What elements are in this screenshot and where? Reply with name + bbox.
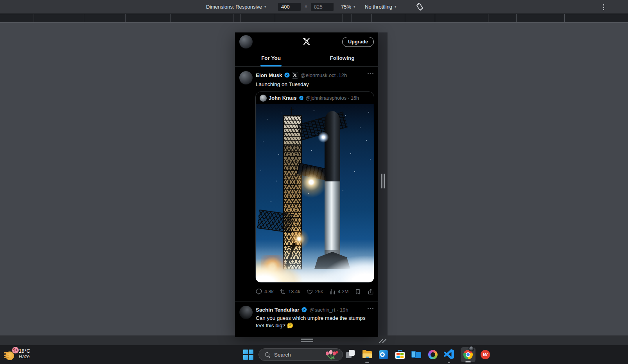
quoted-handle-time: @johnkrausphotos · 16h [306, 95, 359, 101]
tweet-author-name[interactable]: Elon Musk [256, 72, 282, 78]
rotate-viewport-button[interactable] [414, 2, 425, 12]
tabstrip-separator [352, 14, 352, 22]
weather-widget[interactable]: 9+ 18°C Haze [4, 347, 55, 362]
quoted-tweet-card[interactable]: John Kraus @johnkrausphotos · 16h [255, 91, 374, 283]
views-button[interactable]: 4.2M [329, 288, 349, 295]
tabstrip-separator [405, 14, 405, 22]
viewport-resize-handle-right[interactable] [384, 174, 385, 188]
tweet-author-row: Sachin Tendulkar @sachin_rt · 19h [256, 306, 348, 313]
reply-icon [255, 288, 262, 295]
tabstrip-separator [240, 14, 240, 22]
tweet-handle-time[interactable]: @sachin_rt · 19h [310, 307, 348, 313]
right-resize-gutter [378, 32, 388, 335]
taskbar-search[interactable]: Search [258, 348, 343, 361]
photo-stars [256, 104, 257, 105]
tweet-handle-time[interactable]: @elonmusk.oct .12h [301, 72, 347, 78]
task-view-button[interactable] [345, 349, 356, 360]
like-button[interactable]: 25k [306, 288, 323, 295]
viewport-width-input[interactable] [278, 3, 301, 11]
microsoft-store-icon[interactable] [395, 349, 406, 360]
tweet-divider [235, 301, 378, 301]
x-logo-icon[interactable] [303, 38, 310, 47]
tweet-author-name[interactable]: Sachin Tendulkar [256, 307, 300, 313]
x-logo-icon [293, 73, 297, 77]
rotate-device-icon [415, 2, 424, 11]
photo-tower-antenna [291, 107, 292, 115]
tabstrip-separator [371, 14, 372, 22]
dimension-multiply-sign: × [305, 0, 307, 14]
reply-button[interactable]: 4.8k [255, 288, 274, 295]
quoted-author-name[interactable]: John Kraus [269, 95, 297, 101]
viewport-resize-handle-bottom[interactable] [301, 341, 313, 342]
tabstrip-separator [84, 14, 84, 22]
tabstrip-separator [435, 14, 435, 22]
tweet-action-bar: 4.8k 13.4k 25k 4.2M [255, 287, 374, 296]
analytics-icon [329, 288, 336, 295]
search-icon [265, 352, 270, 357]
share-icon [367, 288, 374, 295]
photo-ground-glow [256, 246, 374, 282]
bookmark-icon [354, 288, 361, 295]
tweet-author-avatar[interactable] [239, 71, 253, 84]
weather-haze-icon: 9+ [4, 347, 19, 362]
tweet-author-row: Elon Musk @elonmusk.oct .12h [256, 72, 347, 79]
chrome-icon-active[interactable] [461, 347, 475, 362]
tabstrip-separator [343, 14, 343, 22]
open-app-indicator [448, 362, 450, 363]
tabstrip-separator [275, 14, 275, 22]
chevron-down-icon [353, 0, 355, 14]
bookmark-button[interactable] [354, 288, 361, 295]
tweet-text: Launching on Tuesday [256, 81, 309, 88]
quoted-author-row: John Kraus @johnkrausphotos · 16h [256, 92, 374, 104]
viewport-resize-handle-bottom[interactable] [301, 339, 313, 340]
tab-strip[interactable] [0, 14, 628, 23]
photo-glint [318, 131, 329, 143]
wps-office-icon[interactable]: W [480, 349, 491, 360]
tabstrip-separator [125, 14, 126, 22]
tweet-text: Can you guess which umpire made the stum… [256, 315, 374, 329]
tweet-author-avatar[interactable] [239, 306, 253, 319]
tweet-more-button[interactable] [368, 305, 373, 309]
file-explorer-icon[interactable] [362, 349, 373, 360]
quoted-tweet-photo-rocket-launchpad[interactable] [256, 104, 374, 282]
browser-profile-avatar [468, 346, 474, 351]
viewport-resize-handle-right[interactable] [381, 174, 382, 188]
photo-flare [295, 166, 328, 199]
weather-temperature: 18°C [19, 348, 30, 354]
tabstrip-separator [564, 14, 565, 22]
verified-badge-icon [299, 95, 304, 100]
upgrade-button[interactable]: Upgrade [342, 37, 374, 47]
search-placeholder: Search [274, 352, 291, 358]
throttling-dropdown[interactable]: No throttling [365, 0, 397, 14]
tab-for-you[interactable]: For You [251, 51, 291, 67]
heart-icon [306, 288, 313, 295]
tab-following[interactable]: Following [322, 51, 362, 67]
zoom-dropdown[interactable]: 75% [341, 0, 355, 14]
x-affiliate-badge [292, 72, 298, 79]
designer-loop-icon[interactable] [427, 349, 438, 360]
vscode-icon[interactable] [444, 349, 455, 360]
active-tab-underline [260, 65, 282, 66]
outlook-icon[interactable] [378, 349, 389, 360]
browser-window: Dimensions: Responsive × 75% No throttli… [0, 0, 628, 364]
dimensions-dropdown[interactable]: Dimensions: Responsive [206, 0, 266, 14]
tabstrip-separator [516, 14, 517, 22]
tabstrip-separator [34, 14, 34, 22]
weather-condition: Haze [19, 354, 30, 359]
viewport-height-input[interactable] [311, 3, 334, 11]
devtools-more-menu[interactable] [601, 3, 606, 11]
feed-tabs: For You Following [235, 51, 378, 67]
share-button[interactable] [367, 288, 374, 295]
open-app-indicator [365, 362, 369, 363]
notification-badge: 9+ [12, 347, 19, 353]
quoted-author-avatar[interactable] [260, 95, 267, 102]
verified-badge-icon [284, 72, 290, 78]
active-app-indicator [465, 361, 471, 362]
phone-link-icon[interactable] [411, 349, 422, 360]
start-button[interactable] [243, 350, 253, 360]
chevron-down-icon [395, 0, 397, 14]
verified-badge-icon [301, 307, 307, 313]
repost-button[interactable]: 13.4k [279, 288, 300, 295]
tweet-more-button[interactable] [368, 70, 373, 74]
profile-avatar[interactable] [239, 35, 253, 48]
